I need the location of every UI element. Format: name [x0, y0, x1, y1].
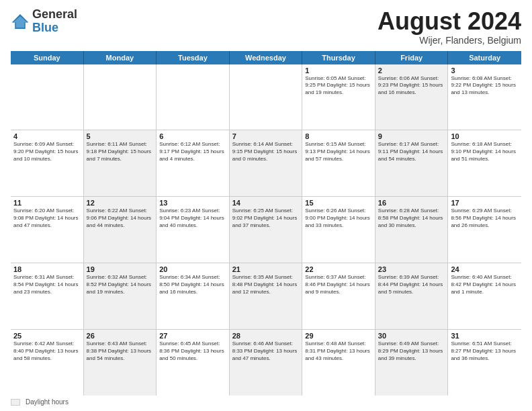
week-row-1: 4Sunrise: 6:09 AM Sunset: 9:20 PM Daylig…: [11, 130, 521, 197]
day-cell-31: 31Sunrise: 6:51 AM Sunset: 8:27 PM Dayli…: [448, 330, 521, 396]
day-cell-4: 4Sunrise: 6:09 AM Sunset: 9:20 PM Daylig…: [11, 130, 84, 196]
day-number: 21: [232, 265, 300, 273]
day-cell-28: 28Sunrise: 6:46 AM Sunset: 8:33 PM Dayli…: [230, 330, 303, 396]
day-detail: Sunrise: 6:40 AM Sunset: 8:42 PM Dayligh…: [451, 274, 519, 295]
logo-general: General: [32, 8, 77, 21]
day-cell-15: 15Sunrise: 6:26 AM Sunset: 9:00 PM Dayli…: [302, 197, 375, 263]
day-detail: Sunrise: 6:18 AM Sunset: 9:10 PM Dayligh…: [451, 141, 519, 163]
empty-cell: [157, 64, 230, 130]
day-detail: Sunrise: 6:15 AM Sunset: 9:13 PM Dayligh…: [305, 141, 372, 163]
day-number: 27: [159, 332, 226, 340]
day-cell-27: 27Sunrise: 6:45 AM Sunset: 8:36 PM Dayli…: [157, 330, 230, 396]
legend-label: Daylight hours: [26, 398, 69, 406]
day-number: 3: [451, 66, 519, 75]
day-detail: Sunrise: 6:42 AM Sunset: 8:40 PM Dayligh…: [13, 340, 81, 362]
day-number: 14: [232, 199, 300, 207]
day-detail: Sunrise: 6:22 AM Sunset: 9:06 PM Dayligh…: [87, 208, 154, 229]
header-day-monday: Monday: [84, 51, 157, 64]
header: General Blue August 2024 Wijer, Flanders…: [11, 8, 521, 46]
day-detail: Sunrise: 6:29 AM Sunset: 8:56 PM Dayligh…: [451, 208, 519, 229]
day-detail: Sunrise: 6:20 AM Sunset: 9:08 PM Dayligh…: [13, 208, 81, 229]
day-cell-22: 22Sunrise: 6:37 AM Sunset: 8:46 PM Dayli…: [302, 263, 375, 329]
day-number: 15: [305, 199, 372, 207]
day-detail: Sunrise: 6:43 AM Sunset: 8:38 PM Dayligh…: [87, 340, 154, 362]
day-number: 16: [378, 199, 445, 207]
day-cell-19: 19Sunrise: 6:32 AM Sunset: 8:52 PM Dayli…: [84, 263, 157, 329]
day-number: 28: [232, 332, 300, 340]
header-day-friday: Friday: [375, 51, 449, 64]
day-cell-18: 18Sunrise: 6:31 AM Sunset: 8:54 PM Dayli…: [11, 263, 84, 329]
day-detail: Sunrise: 6:35 AM Sunset: 8:48 PM Dayligh…: [232, 274, 300, 295]
day-detail: Sunrise: 6:08 AM Sunset: 9:22 PM Dayligh…: [451, 75, 519, 97]
day-cell-29: 29Sunrise: 6:48 AM Sunset: 8:31 PM Dayli…: [302, 330, 375, 396]
day-detail: Sunrise: 6:23 AM Sunset: 9:04 PM Dayligh…: [159, 208, 226, 229]
day-number: 29: [305, 332, 372, 340]
day-cell-10: 10Sunrise: 6:18 AM Sunset: 9:10 PM Dayli…: [448, 130, 521, 196]
day-detail: Sunrise: 6:49 AM Sunset: 8:29 PM Dayligh…: [378, 340, 445, 362]
day-number: 7: [232, 132, 300, 140]
day-number: 9: [378, 132, 445, 140]
day-detail: Sunrise: 6:32 AM Sunset: 8:52 PM Dayligh…: [87, 274, 154, 295]
day-cell-20: 20Sunrise: 6:34 AM Sunset: 8:50 PM Dayli…: [157, 263, 230, 329]
header-day-tuesday: Tuesday: [157, 51, 230, 64]
week-row-2: 11Sunrise: 6:20 AM Sunset: 9:08 PM Dayli…: [11, 197, 521, 263]
location: Wijer, Flanders, Belgium: [378, 35, 521, 46]
page: General Blue August 2024 Wijer, Flanders…: [0, 0, 532, 411]
empty-cell: [230, 64, 303, 130]
day-cell-5: 5Sunrise: 6:11 AM Sunset: 9:18 PM Daylig…: [84, 130, 157, 196]
day-cell-11: 11Sunrise: 6:20 AM Sunset: 9:08 PM Dayli…: [11, 197, 84, 263]
day-number: 11: [13, 199, 81, 207]
day-number: 24: [451, 265, 519, 273]
header-day-wednesday: Wednesday: [230, 51, 303, 64]
header-day-sunday: Sunday: [11, 51, 84, 64]
day-cell-16: 16Sunrise: 6:28 AM Sunset: 8:58 PM Dayli…: [375, 197, 449, 263]
day-cell-13: 13Sunrise: 6:23 AM Sunset: 9:04 PM Dayli…: [157, 197, 230, 263]
day-detail: Sunrise: 6:39 AM Sunset: 8:44 PM Dayligh…: [378, 274, 445, 295]
day-number: 6: [159, 132, 226, 140]
day-number: 23: [378, 265, 445, 273]
logo-text: General Blue: [32, 8, 77, 35]
day-number: 13: [159, 199, 226, 207]
day-cell-2: 2Sunrise: 6:06 AM Sunset: 9:23 PM Daylig…: [375, 64, 449, 130]
day-detail: Sunrise: 6:11 AM Sunset: 9:18 PM Dayligh…: [87, 141, 154, 163]
week-row-4: 25Sunrise: 6:42 AM Sunset: 8:40 PM Dayli…: [11, 330, 521, 396]
month-year: August 2024: [378, 8, 521, 35]
week-row-0: 1Sunrise: 6:05 AM Sunset: 9:25 PM Daylig…: [11, 64, 521, 131]
logo-icon: [11, 12, 30, 31]
day-number: 19: [87, 265, 154, 273]
day-cell-12: 12Sunrise: 6:22 AM Sunset: 9:06 PM Dayli…: [84, 197, 157, 263]
day-number: 17: [451, 199, 519, 207]
day-cell-9: 9Sunrise: 6:17 AM Sunset: 9:11 PM Daylig…: [375, 130, 449, 196]
day-detail: Sunrise: 6:09 AM Sunset: 9:20 PM Dayligh…: [13, 141, 81, 163]
empty-cell: [84, 64, 157, 130]
day-detail: Sunrise: 6:51 AM Sunset: 8:27 PM Dayligh…: [451, 340, 519, 362]
day-number: 8: [305, 132, 372, 140]
day-detail: Sunrise: 6:26 AM Sunset: 9:00 PM Dayligh…: [305, 208, 372, 229]
day-detail: Sunrise: 6:45 AM Sunset: 8:36 PM Dayligh…: [159, 340, 226, 362]
day-detail: Sunrise: 6:46 AM Sunset: 8:33 PM Dayligh…: [232, 340, 300, 362]
title-block: August 2024 Wijer, Flanders, Belgium: [378, 8, 521, 46]
empty-cell: [11, 64, 84, 130]
legend-box: [11, 399, 20, 406]
day-number: 26: [87, 332, 154, 340]
footer: Daylight hours: [11, 398, 521, 406]
day-number: 1: [305, 66, 372, 75]
day-detail: Sunrise: 6:05 AM Sunset: 9:25 PM Dayligh…: [305, 75, 372, 97]
day-cell-8: 8Sunrise: 6:15 AM Sunset: 9:13 PM Daylig…: [302, 130, 375, 196]
day-detail: Sunrise: 6:31 AM Sunset: 8:54 PM Dayligh…: [13, 274, 81, 295]
day-detail: Sunrise: 6:12 AM Sunset: 9:17 PM Dayligh…: [159, 141, 226, 163]
day-cell-23: 23Sunrise: 6:39 AM Sunset: 8:44 PM Dayli…: [375, 263, 449, 329]
day-number: 4: [13, 132, 81, 140]
day-number: 30: [378, 332, 445, 340]
day-number: 10: [451, 132, 519, 140]
day-cell-3: 3Sunrise: 6:08 AM Sunset: 9:22 PM Daylig…: [448, 64, 521, 130]
day-number: 2: [378, 66, 445, 75]
day-number: 12: [87, 199, 154, 207]
day-detail: Sunrise: 6:06 AM Sunset: 9:23 PM Dayligh…: [378, 75, 445, 97]
day-number: 22: [305, 265, 372, 273]
day-cell-6: 6Sunrise: 6:12 AM Sunset: 9:17 PM Daylig…: [157, 130, 230, 196]
day-detail: Sunrise: 6:14 AM Sunset: 9:15 PM Dayligh…: [232, 141, 300, 163]
day-detail: Sunrise: 6:28 AM Sunset: 8:58 PM Dayligh…: [378, 208, 445, 229]
day-number: 25: [13, 332, 81, 340]
day-cell-24: 24Sunrise: 6:40 AM Sunset: 8:42 PM Dayli…: [448, 263, 521, 329]
